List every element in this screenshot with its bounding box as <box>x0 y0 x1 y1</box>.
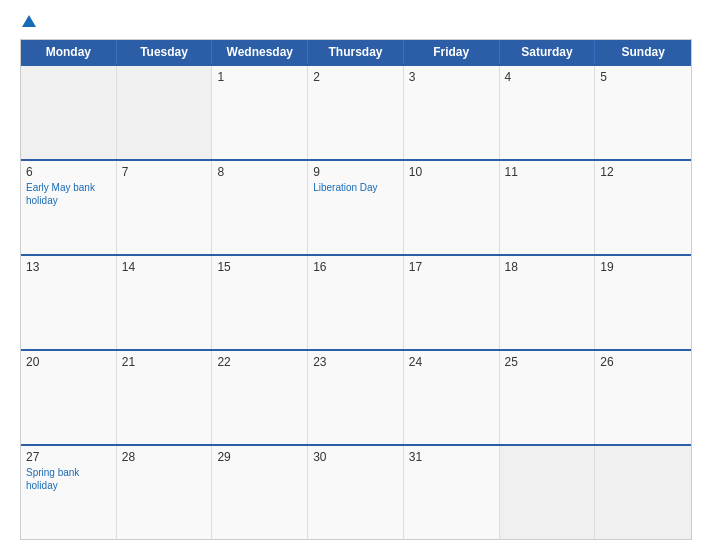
calendar-cell: 10 <box>404 161 500 254</box>
calendar-cell: 14 <box>117 256 213 349</box>
day-number: 26 <box>600 355 686 369</box>
calendar-cell <box>21 66 117 159</box>
logo <box>20 15 36 29</box>
day-number: 14 <box>122 260 207 274</box>
calendar-cell: 17 <box>404 256 500 349</box>
calendar: MondayTuesdayWednesdayThursdayFridaySatu… <box>20 39 692 540</box>
calendar-cell: 1 <box>212 66 308 159</box>
calendar-cell <box>500 446 596 539</box>
calendar-header-cell: Saturday <box>500 40 596 64</box>
calendar-week: 27Spring bank holiday28293031 <box>21 444 691 539</box>
calendar-cell: 3 <box>404 66 500 159</box>
day-number: 24 <box>409 355 494 369</box>
day-number: 31 <box>409 450 494 464</box>
calendar-cell: 24 <box>404 351 500 444</box>
day-number: 21 <box>122 355 207 369</box>
calendar-cell: 28 <box>117 446 213 539</box>
day-number: 4 <box>505 70 590 84</box>
calendar-header-cell: Monday <box>21 40 117 64</box>
day-number: 8 <box>217 165 302 179</box>
day-number: 6 <box>26 165 111 179</box>
day-number: 1 <box>217 70 302 84</box>
calendar-week: 6Early May bank holiday789Liberation Day… <box>21 159 691 254</box>
day-number: 19 <box>600 260 686 274</box>
calendar-cell: 29 <box>212 446 308 539</box>
calendar-cell <box>595 446 691 539</box>
calendar-cell: 11 <box>500 161 596 254</box>
calendar-cell: 27Spring bank holiday <box>21 446 117 539</box>
day-number: 5 <box>600 70 686 84</box>
calendar-week: 12345 <box>21 64 691 159</box>
calendar-header-cell: Wednesday <box>212 40 308 64</box>
day-number: 12 <box>600 165 686 179</box>
calendar-week: 20212223242526 <box>21 349 691 444</box>
calendar-header-cell: Friday <box>404 40 500 64</box>
calendar-cell: 15 <box>212 256 308 349</box>
day-number: 27 <box>26 450 111 464</box>
day-number: 15 <box>217 260 302 274</box>
day-number: 29 <box>217 450 302 464</box>
calendar-cell: 5 <box>595 66 691 159</box>
calendar-cell: 21 <box>117 351 213 444</box>
calendar-cell: 12 <box>595 161 691 254</box>
day-number: 25 <box>505 355 590 369</box>
day-number: 11 <box>505 165 590 179</box>
calendar-cell: 8 <box>212 161 308 254</box>
day-number: 17 <box>409 260 494 274</box>
calendar-body: 123456Early May bank holiday789Liberatio… <box>21 64 691 539</box>
calendar-header-cell: Tuesday <box>117 40 213 64</box>
day-number: 18 <box>505 260 590 274</box>
calendar-week: 13141516171819 <box>21 254 691 349</box>
day-number: 22 <box>217 355 302 369</box>
calendar-cell: 23 <box>308 351 404 444</box>
day-number: 9 <box>313 165 398 179</box>
calendar-cell <box>117 66 213 159</box>
calendar-cell: 7 <box>117 161 213 254</box>
calendar-cell: 31 <box>404 446 500 539</box>
calendar-cell: 16 <box>308 256 404 349</box>
calendar-event: Early May bank holiday <box>26 181 111 207</box>
calendar-cell: 30 <box>308 446 404 539</box>
day-number: 3 <box>409 70 494 84</box>
day-number: 20 <box>26 355 111 369</box>
day-number: 28 <box>122 450 207 464</box>
day-number: 13 <box>26 260 111 274</box>
calendar-cell: 13 <box>21 256 117 349</box>
calendar-cell: 20 <box>21 351 117 444</box>
calendar-event: Liberation Day <box>313 181 398 194</box>
calendar-header-cell: Sunday <box>595 40 691 64</box>
calendar-cell: 4 <box>500 66 596 159</box>
day-number: 10 <box>409 165 494 179</box>
day-number: 30 <box>313 450 398 464</box>
logo-triangle-icon <box>22 15 36 27</box>
calendar-header-row: MondayTuesdayWednesdayThursdayFridaySatu… <box>21 40 691 64</box>
day-number: 7 <box>122 165 207 179</box>
calendar-cell: 19 <box>595 256 691 349</box>
day-number: 2 <box>313 70 398 84</box>
calendar-cell: 2 <box>308 66 404 159</box>
calendar-event: Spring bank holiday <box>26 466 111 492</box>
header <box>20 15 692 29</box>
page: MondayTuesdayWednesdayThursdayFridaySatu… <box>0 0 712 550</box>
calendar-cell: 18 <box>500 256 596 349</box>
calendar-cell: 6Early May bank holiday <box>21 161 117 254</box>
calendar-cell: 9Liberation Day <box>308 161 404 254</box>
day-number: 16 <box>313 260 398 274</box>
calendar-cell: 26 <box>595 351 691 444</box>
day-number: 23 <box>313 355 398 369</box>
calendar-cell: 22 <box>212 351 308 444</box>
calendar-cell: 25 <box>500 351 596 444</box>
calendar-header-cell: Thursday <box>308 40 404 64</box>
